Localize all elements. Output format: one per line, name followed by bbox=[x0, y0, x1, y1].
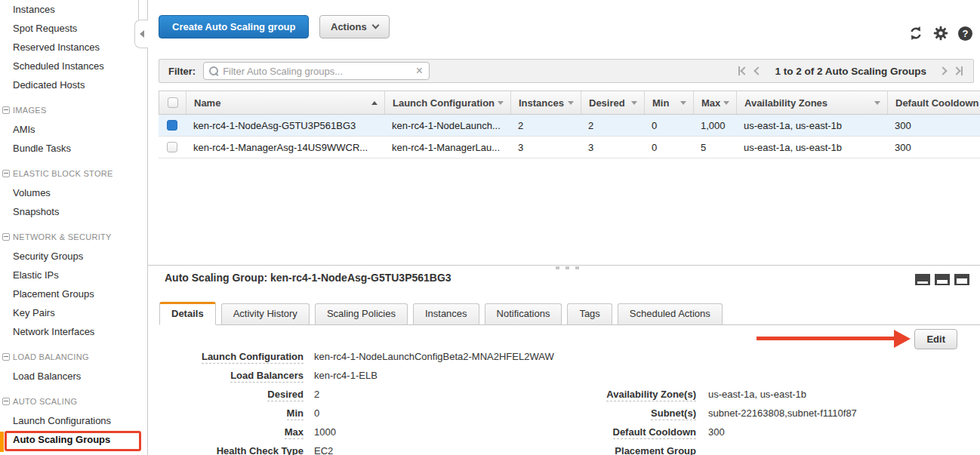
column-menu-icon[interactable] bbox=[680, 101, 686, 105]
last-page-button[interactable] bbox=[954, 66, 963, 75]
row-checkbox-checked[interactable] bbox=[167, 120, 177, 131]
sidebar-item-load-balancers[interactable]: Load Balancers bbox=[0, 367, 147, 386]
tab-tags[interactable]: Tags bbox=[567, 303, 612, 324]
collapse-minus-icon[interactable] bbox=[2, 353, 10, 361]
sidebar-item-security-groups[interactable]: Security Groups bbox=[0, 247, 147, 266]
sidebar-item-placement-groups[interactable]: Placement Groups bbox=[0, 284, 147, 303]
tab-scaling-policies[interactable]: Scaling Policies bbox=[315, 303, 408, 324]
sidebar-section-auto-scaling[interactable]: AUTO SCALING bbox=[0, 392, 147, 411]
table-row[interactable]: ken-rc4-1-NodeAsg-G5TU3P561BG3 ken-rc4-1… bbox=[159, 115, 980, 137]
column-menu-icon[interactable] bbox=[874, 101, 880, 105]
detail-row: Availability Zone(s) us-east-1a, us-east… bbox=[575, 385, 857, 404]
row-checkbox[interactable] bbox=[167, 142, 177, 152]
column-header-name[interactable]: Name bbox=[186, 91, 385, 114]
field-label: Availability Zone(s) bbox=[606, 389, 696, 401]
sidebar-item-key-pairs[interactable]: Key Pairs bbox=[0, 303, 147, 322]
section-label: NETWORK & SECURITY bbox=[13, 232, 112, 241]
sidebar-item-snapshots[interactable]: Snapshots bbox=[0, 202, 147, 221]
first-page-button[interactable] bbox=[738, 66, 747, 75]
column-header-desired[interactable]: Desired bbox=[581, 91, 645, 114]
pane-layout-medium-icon[interactable] bbox=[935, 274, 950, 285]
details-tab-bar: Details Activity History Scaling Policie… bbox=[159, 303, 980, 325]
detail-row: Subnet(s) subnet-22163808,subnet-f1110f8… bbox=[575, 404, 857, 423]
column-menu-icon[interactable] bbox=[498, 101, 504, 105]
sidebar-section-network-security[interactable]: NETWORK & SECURITY bbox=[0, 228, 147, 247]
actions-label: Actions bbox=[331, 16, 367, 38]
sidebar-section-elastic-block-store[interactable]: ELASTIC BLOCK STORE bbox=[0, 164, 147, 183]
detail-row: Launch Configuration ken-rc4-1-NodeLaunc… bbox=[165, 347, 554, 366]
tab-details[interactable]: Details bbox=[159, 302, 216, 325]
pane-layout-controls bbox=[915, 274, 969, 285]
filter-search-box[interactable]: × bbox=[203, 62, 430, 80]
section-label: ELASTIC BLOCK STORE bbox=[13, 169, 113, 178]
select-all-checkbox[interactable] bbox=[168, 97, 178, 108]
field-label: Subnet(s) bbox=[651, 407, 696, 420]
create-auto-scaling-group-button[interactable]: Create Auto Scaling group bbox=[159, 15, 309, 38]
table-row[interactable]: ken-rc4-1-ManagerAsg-14US9WWCR... ken-rc… bbox=[159, 137, 980, 158]
sidebar-item-reserved-instances[interactable]: Reserved Instances bbox=[0, 38, 147, 57]
help-icon[interactable]: ? bbox=[958, 26, 972, 41]
column-header-availability-zones[interactable]: Availability Zones bbox=[737, 91, 888, 114]
field-label: Max bbox=[285, 426, 304, 439]
sort-ascending-icon bbox=[371, 101, 378, 105]
field-label: Placement Group bbox=[615, 445, 696, 455]
filter-search-input[interactable] bbox=[219, 66, 410, 77]
sidebar-section-images[interactable]: IMAGES bbox=[0, 101, 147, 120]
annotation-arrow bbox=[757, 337, 894, 340]
section-label: AUTO SCALING bbox=[13, 397, 77, 406]
column-header-min[interactable]: Min bbox=[645, 91, 694, 114]
column-menu-icon[interactable] bbox=[568, 101, 574, 105]
sidebar-item-dedicated-hosts[interactable]: Dedicated Hosts bbox=[0, 75, 147, 94]
tab-notifications[interactable]: Notifications bbox=[485, 303, 562, 324]
sidebar-item-launch-configurations[interactable]: Launch Configurations bbox=[0, 411, 147, 430]
next-page-button[interactable] bbox=[940, 68, 946, 74]
sidebar-item-amis[interactable]: AMIs bbox=[0, 120, 147, 139]
tab-activity-history[interactable]: Activity History bbox=[221, 303, 310, 324]
edit-button[interactable]: Edit bbox=[914, 329, 957, 349]
collapse-minus-icon[interactable] bbox=[2, 398, 10, 405]
sidebar-item-spot-requests[interactable]: Spot Requests bbox=[0, 19, 147, 38]
column-header-launch-configuration[interactable]: Launch Configuration bbox=[385, 91, 511, 114]
sidebar-item-volumes[interactable]: Volumes bbox=[0, 183, 147, 202]
column-header-default-cooldown[interactable]: Default Cooldown bbox=[888, 91, 980, 114]
main-content: Create Auto Scaling group Actions bbox=[148, 0, 980, 455]
column-header-instances[interactable]: Instances bbox=[511, 91, 581, 114]
sidebar-item-instances[interactable]: Instances bbox=[0, 0, 147, 19]
column-menu-icon[interactable] bbox=[723, 101, 729, 105]
actions-button[interactable]: Actions bbox=[319, 15, 390, 38]
settings-gear-icon[interactable] bbox=[933, 26, 948, 41]
collapse-minus-icon[interactable] bbox=[2, 233, 10, 241]
pagination-text: 1 to 2 of 2 Auto Scaling Groups bbox=[775, 66, 926, 77]
pagination: 1 to 2 of 2 Auto Scaling Groups bbox=[738, 66, 963, 77]
field-value: ken-rc4-1-ELB bbox=[314, 370, 378, 381]
sidebar-item-elastic-ips[interactable]: Elastic IPs bbox=[0, 266, 147, 284]
filter-bar: Filter: × 1 to 2 of 2 Auto Scaling Group… bbox=[159, 59, 974, 83]
sidebar-section-load-balancing[interactable]: LOAD BALANCING bbox=[0, 348, 147, 367]
sidebar-collapse-handle[interactable] bbox=[134, 20, 148, 48]
clear-filter-icon[interactable]: × bbox=[416, 65, 423, 77]
detail-row: Health Check Type EC2 bbox=[165, 441, 554, 455]
sidebar-item-network-interfaces[interactable]: Network Interfaces bbox=[0, 322, 147, 341]
field-label: Desired bbox=[267, 389, 304, 401]
field-label: Default Cooldown bbox=[613, 426, 697, 439]
field-label: Launch Configuration bbox=[202, 351, 304, 364]
pane-layout-small-icon[interactable] bbox=[915, 274, 930, 285]
collapse-minus-icon[interactable] bbox=[2, 170, 10, 177]
previous-page-button[interactable] bbox=[755, 68, 761, 74]
detail-row: Desired 2 bbox=[165, 385, 554, 404]
field-label: Health Check Type bbox=[217, 445, 304, 455]
pane-resize-grip[interactable] bbox=[556, 266, 579, 269]
collapse-minus-icon[interactable] bbox=[2, 106, 10, 114]
tab-scheduled-actions[interactable]: Scheduled Actions bbox=[618, 303, 723, 324]
refresh-icon[interactable] bbox=[908, 26, 923, 41]
auto-scaling-groups-table: Name Launch Configuration Instances Desi… bbox=[159, 91, 980, 158]
column-menu-icon[interactable] bbox=[631, 101, 637, 105]
tab-instances[interactable]: Instances bbox=[413, 303, 479, 324]
field-value: 0 bbox=[314, 407, 319, 419]
sidebar-item-auto-scaling-groups[interactable]: Auto Scaling Groups bbox=[0, 430, 147, 449]
pane-layout-large-icon[interactable] bbox=[954, 274, 969, 285]
field-value: 2 bbox=[314, 389, 319, 400]
sidebar-item-bundle-tasks[interactable]: Bundle Tasks bbox=[0, 139, 147, 158]
column-header-max[interactable]: Max bbox=[694, 91, 737, 114]
sidebar-item-scheduled-instances[interactable]: Scheduled Instances bbox=[0, 57, 147, 75]
